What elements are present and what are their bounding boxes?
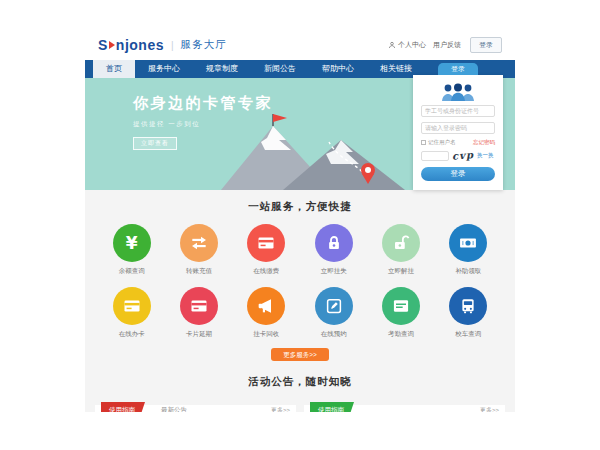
services-grid: ¥余额查询转账充值在线缴费立即挂失立即解挂补助领取在线办卡卡片延期挂卡回收在线预… [98, 224, 502, 339]
nav-item-4[interactable]: 帮助中心 [309, 60, 367, 78]
header: Snjones | 服务大厅 个人中心 用户反馈 登录 [85, 30, 515, 60]
service-label: 转账充值 [165, 267, 232, 276]
service-item-10[interactable]: 考勤查询 [367, 287, 434, 339]
bank-card-icon [247, 224, 285, 262]
nav-item-2[interactable]: 规章制度 [193, 60, 251, 78]
site-name: 服务大厅 [181, 38, 227, 52]
more-link-left[interactable]: 更多>> [271, 406, 290, 412]
username-input[interactable] [421, 105, 495, 117]
hero-subtitle: 提供捷径 一步到位 [133, 120, 273, 129]
nav-item-1[interactable]: 服务中心 [135, 60, 193, 78]
login-options: 记住用户名 忘记密码 [421, 139, 495, 146]
service-label: 考勤查询 [367, 330, 434, 339]
bank-card-icon [113, 287, 151, 325]
users-group-icon [440, 82, 476, 101]
service-item-1[interactable]: 转账充值 [165, 224, 232, 276]
main-content: 一站服务，方便快捷 ¥余额查询转账充值在线缴费立即挂失立即解挂补助领取在线办卡卡… [85, 190, 515, 412]
remember-label: 记住用户名 [428, 139, 456, 146]
service-label: 立即挂失 [300, 267, 367, 276]
bank-card-icon [180, 287, 218, 325]
login-panel: 登录 记住用户名 忘记密码 cvp 换一换 登录 [413, 75, 503, 190]
guide-panel-right: 使用指南 更多>> [304, 398, 505, 412]
edit-icon [315, 287, 353, 325]
captcha-image[interactable]: cvp [452, 149, 475, 162]
hero-title: 你身边的卡管专家 [133, 94, 273, 113]
megaphone-icon [247, 287, 285, 325]
captcha-refresh-link[interactable]: 换一换 [477, 152, 494, 159]
service-item-4[interactable]: 立即解挂 [367, 224, 434, 276]
login-submit-button[interactable]: 登录 [421, 167, 495, 181]
latest-news-tab[interactable]: 最新公告 [161, 406, 187, 412]
service-item-7[interactable]: 卡片延期 [165, 287, 232, 339]
logo-arrow-icon [109, 41, 115, 49]
nav-item-3[interactable]: 新闻公告 [251, 60, 309, 78]
service-label: 在线预约 [300, 330, 367, 339]
lock-icon [315, 224, 353, 262]
service-item-0[interactable]: ¥余额查询 [98, 224, 165, 276]
service-label: 挂卡回收 [233, 330, 300, 339]
service-item-11[interactable]: 校车查询 [435, 287, 502, 339]
service-item-8[interactable]: 挂卡回收 [233, 287, 300, 339]
hero-cta-button[interactable]: 立即查看 [133, 137, 177, 150]
header-login-button[interactable]: 登录 [470, 37, 502, 53]
announcements-title: 活动公告，随时知晓 [85, 365, 515, 389]
password-input[interactable] [421, 122, 495, 134]
service-item-2[interactable]: 在线缴费 [233, 224, 300, 276]
service-item-3[interactable]: 立即挂失 [300, 224, 367, 276]
guide-tab-red[interactable]: 使用指南 [101, 402, 145, 412]
logo[interactable]: Snjones [98, 37, 164, 53]
service-label: 校车查询 [435, 330, 502, 339]
service-label: 余额查询 [98, 267, 165, 276]
unlock-icon [382, 224, 420, 262]
banknote-icon [449, 224, 487, 262]
feedback-link[interactable]: 用户反馈 [433, 40, 461, 50]
bus-icon [449, 287, 487, 325]
service-item-5[interactable]: 补助领取 [435, 224, 502, 276]
nav-item-0[interactable]: 首页 [93, 60, 135, 78]
captcha-input[interactable] [421, 151, 449, 161]
service-label: 立即解挂 [367, 267, 434, 276]
more-link-right[interactable]: 更多>> [480, 406, 499, 412]
service-label: 在线缴费 [233, 267, 300, 276]
user-center-link[interactable]: 个人中心 [388, 40, 426, 50]
more-services-button[interactable]: 更多服务>> [271, 348, 329, 361]
service-item-6[interactable]: 在线办卡 [98, 287, 165, 339]
remember-checkbox[interactable] [421, 140, 426, 145]
service-label: 补助领取 [435, 267, 502, 276]
yen-icon: ¥ [113, 224, 151, 262]
header-divider: | [171, 40, 174, 51]
login-panel-tab[interactable]: 登录 [438, 63, 478, 75]
guide-tab-green[interactable]: 使用指南 [310, 402, 354, 412]
transfer-arrows-icon [180, 224, 218, 262]
guide-panel-left: 使用指南 最新公告 更多>> [95, 398, 296, 412]
person-icon [388, 41, 396, 49]
logo-text-rest: njones [116, 37, 164, 53]
forgot-password-link[interactable]: 忘记密码 [473, 139, 495, 146]
service-label: 在线办卡 [98, 330, 165, 339]
user-center-label: 个人中心 [398, 40, 426, 50]
feedback-label: 用户反馈 [433, 40, 461, 50]
captcha-row: cvp 换一换 [421, 150, 495, 161]
announcement-panels: 使用指南 最新公告 更多>> 使用指南 更多>> [85, 398, 515, 412]
attendance-icon [382, 287, 420, 325]
hero-text: 你身边的卡管专家 提供捷径 一步到位 立即查看 [133, 94, 273, 150]
page: Snjones | 服务大厅 个人中心 用户反馈 登录 首页服务中心规章制度新闻… [85, 30, 515, 412]
logo-text-first: S [98, 37, 108, 53]
service-label: 卡片延期 [165, 330, 232, 339]
service-item-9[interactable]: 在线预约 [300, 287, 367, 339]
services-title: 一站服务，方便快捷 [85, 190, 515, 214]
